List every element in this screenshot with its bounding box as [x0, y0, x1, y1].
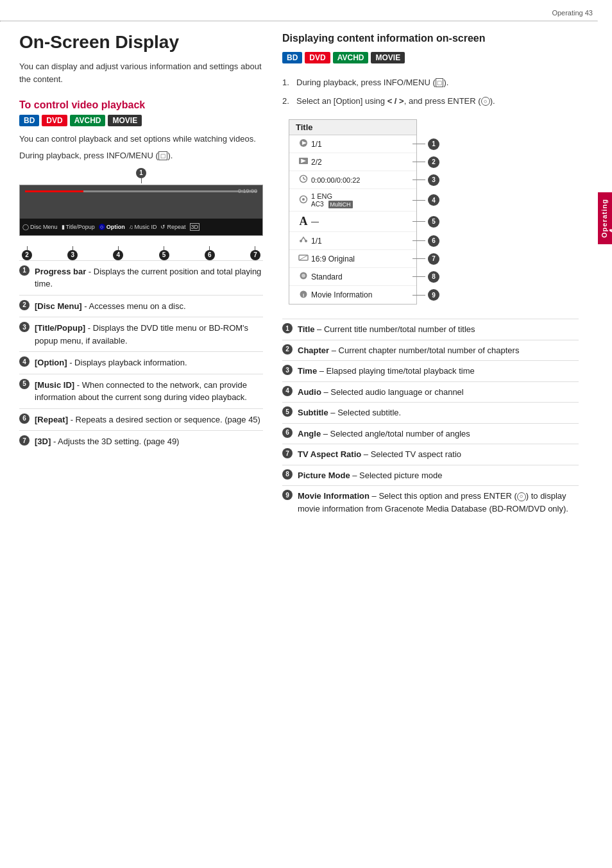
row-7-value: 16:9 Original [311, 255, 410, 263]
badge-movie: MOVIE [108, 115, 142, 126]
step-2: 2. Select an [Option] using < / >, and p… [282, 94, 579, 110]
title-row-3: 0:00:00/0:00:22 3 [289, 171, 416, 189]
row-4-value: 1 ENG AC3 MultiCH [311, 192, 410, 208]
menu-disc: ◯ Disc Menu [22, 224, 58, 230]
item-num-1: 1 [19, 265, 30, 276]
right-item-num-3: 3 [282, 365, 293, 375]
menu-title: ▮ Title/Popup [62, 224, 95, 230]
row-num-6: 6 [412, 235, 439, 247]
clock-icon [296, 174, 311, 185]
row-1-value: 1/1 [311, 140, 410, 149]
diagram-num-3: 3 [67, 250, 78, 260]
list-item: 4 [Option] - Displays playback informati… [19, 351, 263, 374]
multicH-badge: MultiCH [328, 201, 353, 208]
side-operating-tab: Operating 4 [598, 192, 612, 244]
row-5-value: — [311, 217, 410, 226]
title-row-9: i Movie Information 9 [289, 286, 416, 304]
enter-circle: ○ [481, 97, 490, 106]
title-row-1: 1/1 1 [289, 135, 416, 153]
chapter-icon [296, 156, 311, 167]
title-row-4: 1 ENG AC3 MultiCH 4 [289, 189, 416, 212]
badge-bd: BD [19, 115, 39, 126]
diagram-num-5: 5 [159, 250, 169, 260]
diagram-num-2: 2 [22, 250, 32, 260]
left-section-heading: To control video playback [19, 99, 263, 111]
item-num-4: 4 [19, 356, 30, 367]
row-num-3: 3 [412, 174, 439, 186]
right-item-num-7: 7 [282, 448, 293, 458]
left-during-text: During playback, press INFO/MENU (□). [19, 151, 263, 160]
item-num-5: 5 [19, 379, 30, 389]
angle-icon [296, 235, 311, 246]
audio-icon [296, 195, 311, 206]
right-column: Displaying content information on-screen… [282, 32, 579, 519]
diagram-num-1: 1 [136, 168, 146, 178]
left-badge-row: BD DVD AVCHD MOVIE [19, 115, 263, 126]
subtitle-icon: A [296, 215, 311, 228]
row-num-4: 4 [412, 194, 439, 206]
steps-list: 1. During playback, press INFO/MENU (□).… [282, 75, 579, 110]
right-badge-dvd: DVD [305, 52, 330, 63]
item-num-6: 6 [19, 413, 30, 424]
right-badge-avchd: AVCHD [333, 52, 369, 63]
row-num-5: 5 [412, 216, 439, 228]
right-section-heading: Displaying content information on-screen [282, 32, 579, 46]
list-item: 3 [Title/Popup] - Displays the DVD title… [19, 317, 263, 351]
right-list-item-9: 9 Movie Information – Select this option… [282, 485, 579, 519]
diagram-num-6: 6 [205, 250, 215, 260]
time-display: 0:19:00 [238, 188, 257, 194]
menu-option: ○ Option [99, 224, 125, 230]
right-list-item-5: 5 Subtitle – Selected subtitle. [282, 402, 579, 423]
info-icon: i [296, 290, 311, 301]
diagram-num-4: 4 [113, 250, 123, 260]
list-item: 1 Progress bar - Displays the current po… [19, 260, 263, 295]
row-num-7: 7 [412, 253, 439, 265]
svg-point-15 [302, 274, 305, 278]
menu-3d: 3D [190, 223, 200, 231]
right-list-item-3: 3 Time – Elapsed playing time/total play… [282, 360, 579, 381]
right-list-item-6: 6 Angle – Selected angle/total number of… [282, 423, 579, 444]
row-num-8: 8 [412, 271, 439, 283]
right-section-title-block: Displaying content information on-screen… [282, 32, 579, 63]
step-1: 1. During playback, press INFO/MENU (□). [282, 75, 579, 91]
svg-line-7 [303, 179, 305, 179]
right-badge-row: BD DVD AVCHD MOVIE [282, 52, 579, 63]
right-list-item-4: 4 Audio – Selected audio language or cha… [282, 381, 579, 403]
badge-dvd: DVD [42, 115, 67, 126]
picture-icon [296, 271, 311, 282]
svg-point-9 [302, 198, 305, 201]
title-row-2: 2/2 2 [289, 153, 416, 171]
right-item-num-2: 2 [282, 344, 293, 355]
right-list-item-2: 2 Chapter – Current chapter number/total… [282, 340, 579, 361]
title-box-wrapper: Title 1/1 1 [289, 119, 579, 305]
right-badge-bd: BD [282, 52, 302, 63]
diagram-bottom-numbers: 2 3 4 5 6 [19, 246, 263, 260]
intro-text: You can display and adjust various infor… [19, 60, 263, 85]
item-num-2: 2 [19, 300, 30, 310]
enter-circle-2: ○ [517, 492, 526, 501]
right-item-num-4: 4 [282, 386, 293, 396]
title-row-6: 1/1 6 [289, 232, 416, 250]
right-desc-list: 1 Title – Current title number/total num… [282, 319, 579, 519]
row-8-value: Standard [311, 272, 410, 281]
top-right-label: Operating 43 [552, 9, 593, 17]
svg-text:i: i [303, 292, 304, 298]
diagram-num-7: 7 [250, 250, 260, 260]
right-item-num-5: 5 [282, 406, 293, 417]
title-box: Title 1/1 1 [289, 119, 417, 305]
item-num-3: 3 [19, 322, 30, 332]
title-box-header: Title [289, 120, 416, 135]
list-item: 2 [Disc Menu] - Accesses menu on a disc. [19, 295, 263, 317]
playback-diagram: 0:19:00 ◯ Disc Menu ▮ Title/Popup ○ Opti… [19, 185, 263, 236]
right-list-item-8: 8 Picture Mode – Selected picture mode [282, 465, 579, 486]
row-2-value: 2/2 [311, 158, 410, 167]
row-num-2: 2 [412, 156, 439, 168]
row-6-value: 1/1 [311, 237, 410, 246]
left-column: On-Screen Display You can display and ad… [19, 32, 263, 519]
row-3-value: 0:00:00/0:00:22 [311, 176, 410, 184]
title-row-5: A — 5 [289, 212, 416, 232]
right-item-num-9: 9 [282, 490, 293, 500]
right-item-num-8: 8 [282, 469, 293, 480]
list-item: 5 [Music ID] - When connected to the net… [19, 374, 263, 408]
list-item: 6 [Repeat] - Repeats a desired section o… [19, 408, 263, 431]
